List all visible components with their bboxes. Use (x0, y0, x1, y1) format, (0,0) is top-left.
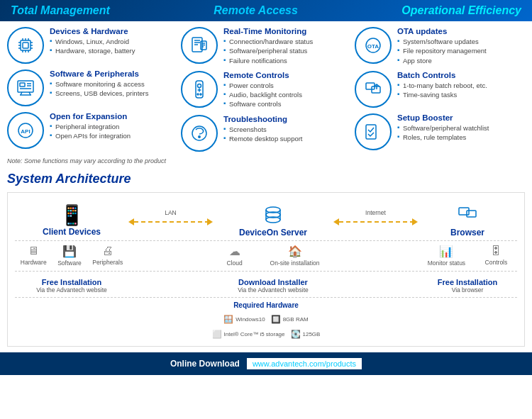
col3-title: Operational Efficiency (401, 4, 521, 17)
feature-item-api: API Open for Expansion Peripheral integr… (7, 112, 177, 149)
troubleshoot-title: Troubleshooting (223, 115, 303, 123)
arrow-right (207, 218, 213, 225)
spacer-2 (333, 245, 418, 267)
arrow-line-lan (134, 221, 207, 223)
client-peripherals: 🖨 Peripherals (92, 245, 123, 267)
header-bar: Total Management Remote Access Operation… (0, 0, 532, 21)
feature-item-troubleshoot: Troubleshooting Screenshots Remote deskt… (181, 115, 351, 152)
install-row: Free Installation Via the Advantech webs… (15, 271, 517, 294)
svg-rect-45 (366, 125, 376, 139)
software-sub-icon: 💾 (62, 245, 77, 258)
monitor-icon (181, 27, 218, 64)
chip-icon (7, 27, 44, 64)
troubleshoot-icon (181, 115, 218, 152)
features-section: Devices & Hardware Windows, Linux, Andro… (0, 21, 532, 155)
windows-label: Windows10 (235, 316, 265, 323)
architecture-title: System Architecture (7, 172, 525, 186)
storage-label: 125GB (303, 331, 321, 337)
col2-title: Remote Access (214, 4, 298, 17)
setup-title: Setup Booster (397, 113, 489, 122)
controls-icon: 🎛 (490, 245, 501, 257)
client-install-sub: Via the Advantech website (36, 286, 107, 294)
footer-label: Online Download (170, 359, 240, 369)
svg-text:OTA: OTA (367, 43, 379, 50)
monitor-status-label: Monitor status (428, 259, 465, 267)
hardware-specs: 🪟 Windows10 🔲 8GB RAM ⬜ Intel® Core™ i5 … (206, 315, 326, 339)
spacer-4 (333, 275, 418, 294)
spacer-3 (128, 275, 213, 294)
feature-item-remote: Remote Controls Power controls Audio, ba… (181, 71, 351, 109)
arrow-left-internet (333, 218, 339, 225)
monitor-status-icon: 📊 (439, 245, 453, 258)
feature-text-monitoring: Real-Time Monitoring Connection/hardware… (223, 27, 313, 65)
lan-arrow (128, 218, 213, 225)
api-item-2: Open APIs for integration (50, 131, 131, 140)
svg-rect-0 (21, 40, 31, 50)
troubleshoot-item-1: Screenshots (223, 125, 303, 134)
svg-point-37 (200, 94, 201, 95)
remote-icon (181, 71, 218, 108)
setup-icon (355, 113, 392, 150)
feature-text-ota: OTA updates System/software updates File… (397, 27, 487, 65)
ota-title: OTA updates (397, 27, 487, 35)
browser-install-sub: Via browser (452, 286, 484, 294)
client-sub-items: 🖥 Hardware 💾 Software 🖨 Peripherals (15, 245, 128, 267)
server-title: DeviceOn Server (239, 228, 307, 238)
svg-rect-13 (23, 43, 28, 48)
feature-item-ota: OTA OTA updates System/software updates … (355, 27, 525, 65)
controls-label: Controls (485, 259, 508, 266)
server-cloud: ☁ Cloud (226, 245, 242, 267)
software-sub-label: Software (57, 259, 82, 267)
footer-url: www.advantech.com/products (247, 358, 362, 369)
windows-icon: 🪟 (223, 315, 233, 324)
client-icon: 📱 (60, 203, 84, 227)
client-title: Client Devices (43, 227, 101, 237)
cloud-icon: ☁ (229, 245, 240, 258)
required-hw-block: Required Hardware 🪟 Windows10 🔲 8GB RAM … (206, 301, 326, 339)
note-text: Note: Some functions may vary according … (0, 155, 532, 167)
remote-item-1: Power controls (223, 81, 302, 90)
software-icon (7, 69, 44, 106)
server-download: Download Installer Via the Advantech web… (213, 275, 333, 294)
remote-item-2: Audio, backlight controls (223, 90, 302, 99)
remote-title: Remote Controls (223, 71, 302, 79)
internet-arrow (333, 218, 418, 225)
client-install-label: Free Installation (42, 278, 101, 286)
monitoring-item-1: Connection/hardware status (223, 37, 313, 46)
feature-text-setup: Setup Booster Software/peripheral watchl… (397, 113, 489, 143)
ota-icon: OTA (355, 27, 392, 64)
svg-rect-52 (467, 211, 476, 217)
lan-label: LAN (165, 209, 177, 216)
client-hardware: 🖥 Hardware (21, 245, 47, 267)
spacer-1 (128, 245, 213, 267)
required-hw-row: Required Hardware 🪟 Windows10 🔲 8GB RAM … (15, 297, 517, 339)
architecture-section: System Architecture 📱 Client Devices LAN (0, 167, 532, 352)
browser-monitor: 📊 Monitor status (428, 245, 465, 267)
col1-title: Total Management (11, 4, 110, 17)
troubleshoot-item-2: Remote desktop support (223, 134, 303, 143)
server-sub-items: ☁ Cloud 🏠 On-site installation (213, 245, 333, 267)
browser-block: Browser (418, 203, 517, 238)
svg-text:API: API (21, 128, 30, 135)
feature-column-1: Devices & Hardware Windows, Linux, Andro… (7, 27, 177, 152)
storage-icon: 💽 (291, 330, 301, 339)
setup-item-1: Software/peripheral watchlist (397, 123, 489, 133)
svg-rect-51 (459, 208, 469, 215)
cloud-label: Cloud (226, 259, 242, 267)
download-installer-sub: Via the Advantech website (238, 286, 309, 294)
hw-cpu: ⬜ Intel® Core™ i5 storage (212, 330, 285, 339)
feature-item-setup: Setup Booster Software/peripheral watchl… (355, 113, 525, 150)
feature-text-troubleshoot: Troubleshooting Screenshots Remote deskt… (223, 115, 303, 144)
internet-arrow-block: Internet (333, 203, 418, 225)
arrow-line-internet (339, 221, 412, 223)
feature-column-2: Real-Time Monitoring Connection/hardware… (181, 27, 351, 152)
setup-item-2: Roles, rule templates (397, 133, 489, 142)
peripherals-label: Peripherals (92, 259, 123, 266)
monitoring-title: Real-Time Monitoring (223, 27, 313, 35)
peripherals-icon: 🖨 (102, 245, 113, 257)
ota-item-1: System/software updates (397, 37, 487, 46)
software-item-2: Screens, USB devices, printers (50, 89, 148, 98)
feature-item-batch: Batch Controls 1-to-many batch reboot, e… (355, 71, 525, 108)
feature-text-batch: Batch Controls 1-to-many batch reboot, e… (397, 71, 487, 100)
hardware-label: Hardware (21, 259, 47, 266)
